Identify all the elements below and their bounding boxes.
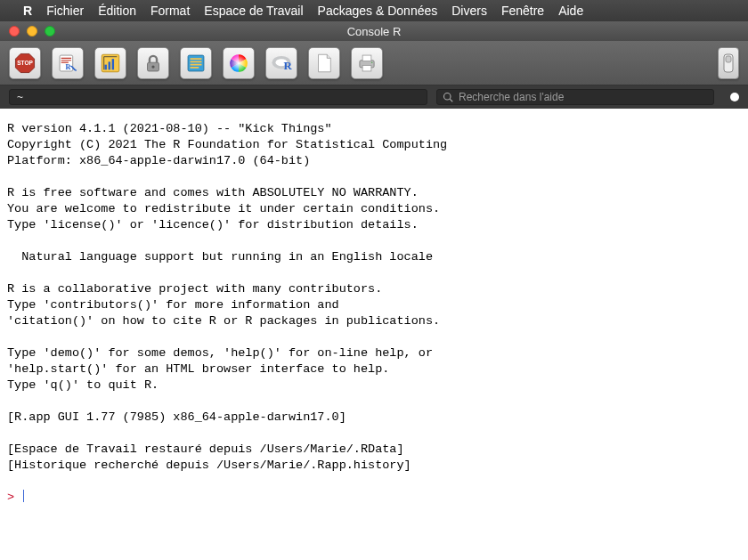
stop-button[interactable]: STOP — [9, 47, 41, 79]
menu-edition[interactable]: Édition — [98, 4, 136, 18]
svg-point-18 — [371, 61, 373, 63]
svg-rect-7 — [112, 59, 114, 69]
colors-icon — [227, 52, 250, 75]
print-icon — [355, 52, 378, 75]
system-menubar: R Fichier Édition Format Espace de Trava… — [0, 0, 748, 21]
menu-format[interactable]: Format — [150, 4, 190, 18]
toolbar-overflow-button[interactable] — [718, 47, 739, 79]
menu-espace-travail[interactable]: Espace de Travail — [204, 4, 303, 18]
status-indicator — [730, 93, 739, 101]
history-button[interactable] — [180, 47, 212, 79]
svg-rect-5 — [105, 64, 107, 69]
rlogo-button[interactable]: R — [265, 47, 297, 79]
r-console-window: Console R STOP R — [0, 21, 748, 518]
console-output[interactable]: R version 4.1.1 (2021-08-10) -- "Kick Th… — [0, 109, 748, 518]
minimize-button[interactable] — [27, 26, 37, 37]
source-icon: R — [56, 52, 79, 75]
menu-aide[interactable]: Aide — [558, 4, 583, 18]
menu-packages-donnees[interactable]: Packages & Données — [318, 4, 438, 18]
newdoc-icon — [313, 52, 336, 75]
svg-point-9 — [151, 65, 154, 68]
help-search-input[interactable] — [459, 91, 708, 103]
svg-rect-6 — [109, 61, 110, 69]
colors-button[interactable] — [223, 47, 255, 79]
svg-rect-17 — [362, 65, 371, 71]
window-title: Console R — [0, 25, 748, 38]
svg-text:STOP: STOP — [17, 60, 33, 66]
search-icon — [443, 92, 453, 102]
lock-icon — [142, 52, 165, 75]
print-button[interactable] — [351, 47, 383, 79]
source-button[interactable]: R — [52, 47, 84, 79]
menu-fichier[interactable]: Fichier — [46, 4, 84, 18]
app-menu[interactable]: R — [23, 4, 32, 18]
working-directory-text: ~ — [17, 91, 23, 103]
svg-line-22 — [450, 99, 452, 101]
newdoc-button[interactable] — [308, 47, 340, 79]
quartz-icon — [99, 52, 122, 75]
quartz-button[interactable] — [94, 47, 126, 79]
console-prompt: > — [7, 491, 14, 504]
zoom-button[interactable] — [45, 26, 55, 37]
svg-rect-10 — [188, 55, 204, 71]
svg-rect-16 — [362, 55, 371, 61]
console-cursor — [23, 490, 24, 502]
pathbar: ~ — [0, 85, 748, 109]
rlogo-icon: R — [270, 52, 293, 75]
close-button[interactable] — [9, 26, 20, 37]
window-controls — [0, 26, 55, 37]
history-icon — [184, 52, 207, 75]
menu-fenetre[interactable]: Fenêtre — [501, 4, 544, 18]
lock-button[interactable] — [137, 47, 169, 79]
svg-rect-20 — [726, 56, 731, 62]
window-toolbar: STOP R — [0, 41, 748, 85]
switch-icon — [722, 53, 735, 74]
menu-divers[interactable]: Divers — [451, 4, 487, 18]
help-search-field[interactable] — [436, 89, 714, 105]
console-text: R version 4.1.1 (2021-08-10) -- "Kick Th… — [7, 122, 447, 472]
svg-text:R: R — [66, 63, 71, 71]
svg-text:R: R — [283, 59, 292, 72]
svg-point-11 — [230, 54, 248, 72]
window-titlebar: Console R — [0, 21, 748, 41]
working-directory-display[interactable]: ~ — [9, 89, 427, 105]
svg-point-21 — [444, 93, 451, 101]
stop-icon: STOP — [13, 52, 37, 75]
